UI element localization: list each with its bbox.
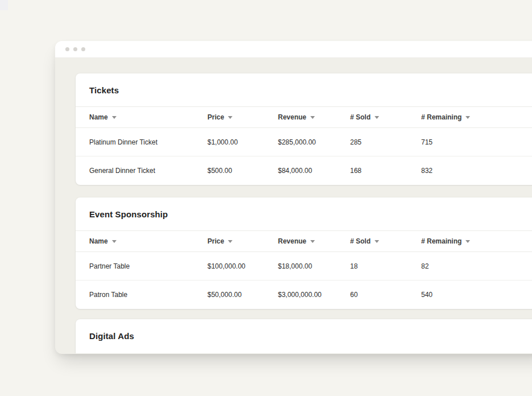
cell-name: Partner Table: [76, 262, 207, 270]
cell-name: Platinum Dinner Ticket: [76, 138, 207, 146]
section-card-tickets: Tickets Name Price Revenue # Sold # Rema…: [76, 73, 532, 185]
window-body: Tickets Name Price Revenue # Sold # Rema…: [55, 58, 532, 353]
column-label: # Sold: [350, 237, 371, 245]
window-titlebar: [55, 41, 532, 58]
column-label: Revenue: [278, 113, 306, 121]
section-title: Digital Ads: [89, 331, 134, 341]
column-label: # Remaining: [421, 113, 462, 121]
section-title: Tickets: [89, 85, 119, 95]
sort-down-icon[interactable]: [375, 116, 379, 119]
section-title-row: Digital Ads: [76, 319, 532, 353]
table-row[interactable]: Patron Table$50,000.00$3,000,000.0060540: [76, 280, 532, 309]
section-card-event-sponsorship: Event Sponsorship Name Price Revenue # S…: [76, 197, 532, 309]
sort-down-icon[interactable]: [375, 240, 379, 243]
table-cell: 540: [421, 291, 532, 299]
column-header-name[interactable]: Name: [76, 237, 207, 245]
table-cell: $1,000.00: [207, 138, 278, 146]
table-cell: $84,000.00: [278, 167, 350, 175]
table-body: Platinum Dinner Ticket$1,000.00$285,000.…: [76, 128, 532, 185]
table-cell: 18: [350, 262, 421, 270]
column-header-name[interactable]: Name: [76, 113, 207, 121]
table-header-row: Name Price Revenue # Sold # Remaining: [76, 231, 532, 252]
sort-down-icon[interactable]: [310, 116, 315, 119]
column-label: Name: [89, 113, 108, 121]
column-label: # Sold: [350, 113, 371, 121]
table-row[interactable]: Partner Table$100,000.00$18,000.001882: [76, 252, 532, 280]
table-row[interactable]: General Dinner Ticket$500.00$84,000.0016…: [76, 156, 532, 185]
cell-name: General Dinner Ticket: [76, 167, 207, 175]
sort-down-icon[interactable]: [310, 240, 315, 243]
column-header-revenue[interactable]: Revenue: [278, 113, 350, 121]
column-label: Revenue: [278, 237, 306, 245]
window-control-dot-2[interactable]: [73, 47, 77, 51]
sort-down-icon[interactable]: [112, 116, 117, 119]
table-body: Partner Table$100,000.00$18,000.001882 P…: [76, 252, 532, 309]
table-cell: 285: [350, 138, 421, 146]
sort-down-icon[interactable]: [228, 240, 232, 243]
sort-down-icon[interactable]: [466, 116, 470, 119]
table-row[interactable]: Platinum Dinner Ticket$1,000.00$285,000.…: [76, 128, 532, 156]
table-cell: $285,000.00: [278, 138, 350, 146]
table-cell: 715: [421, 138, 532, 146]
section-title-row: Tickets: [76, 73, 532, 107]
sort-down-icon[interactable]: [112, 240, 117, 243]
section-title: Event Sponsorship: [89, 209, 168, 219]
table-header-row: Name Price Revenue # Sold # Remaining: [76, 107, 532, 128]
table-cell: 832: [421, 167, 532, 175]
corner-artifact: [0, 0, 8, 10]
column-header-remaining[interactable]: # Remaining: [421, 113, 532, 121]
cell-name: Patron Table: [76, 291, 207, 299]
table-cell: $100,000.00: [207, 262, 278, 270]
column-header-price[interactable]: Price: [207, 237, 278, 245]
column-label: Price: [207, 237, 224, 245]
table-cell: $18,000.00: [278, 262, 350, 270]
window-control-dot-3[interactable]: [81, 47, 85, 51]
section-title-row: Event Sponsorship: [76, 197, 532, 231]
sort-down-icon[interactable]: [228, 116, 232, 119]
column-header-sold[interactable]: # Sold: [350, 237, 421, 245]
table-cell: 82: [421, 262, 532, 270]
table-cell: 168: [350, 167, 421, 175]
sort-down-icon[interactable]: [466, 240, 470, 243]
column-label: Price: [207, 113, 224, 121]
column-header-sold[interactable]: # Sold: [350, 113, 421, 121]
table-cell: $500.00: [207, 167, 278, 175]
table-cell: $3,000,000.00: [278, 291, 350, 299]
column-header-remaining[interactable]: # Remaining: [421, 237, 532, 245]
window-control-dot-1[interactable]: [65, 47, 69, 51]
column-label: # Remaining: [421, 237, 462, 245]
column-label: Name: [89, 237, 108, 245]
section-card-digital-ads: Digital Ads: [76, 319, 532, 353]
column-header-price[interactable]: Price: [207, 113, 278, 121]
column-header-revenue[interactable]: Revenue: [278, 237, 350, 245]
table-cell: $50,000.00: [207, 291, 278, 299]
app-window: Tickets Name Price Revenue # Sold # Rema…: [55, 41, 532, 354]
table-cell: 60: [350, 291, 421, 299]
